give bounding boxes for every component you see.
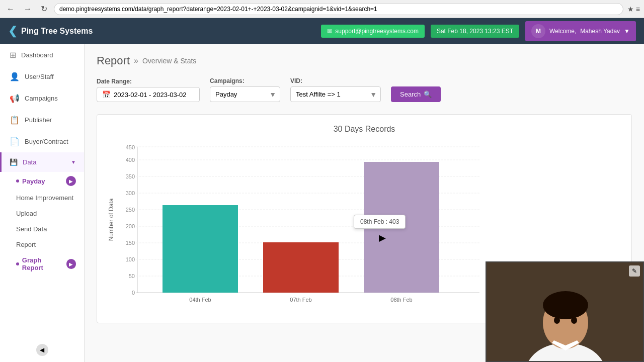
- calendar-icon: 📅: [102, 90, 111, 99]
- sidebar-subitem-payday[interactable]: Payday ▶: [16, 172, 84, 190]
- chart-svg: 0 50 100 150 200 250 300: [107, 142, 490, 313]
- sidebar-label-data: Data: [23, 158, 36, 166]
- vid-label: VID:: [290, 77, 381, 84]
- datetime-text: Sat Feb 18, 2023 13:23 EST: [437, 28, 513, 35]
- campaigns-label: Campaigns:: [210, 77, 280, 84]
- upload-label: Upload: [16, 210, 37, 217]
- payday-expand-btn[interactable]: ▶: [66, 176, 76, 186]
- dashboard-icon: ⊞: [10, 50, 16, 60]
- sidebar-bottom: ◀: [0, 338, 84, 362]
- date-range-group: Date Range: 📅: [97, 78, 200, 102]
- sidebar-subitem-report[interactable]: Report: [16, 237, 84, 252]
- sidebar-subitem-home-improvement[interactable]: Home Improvement: [16, 190, 84, 206]
- svg-text:150: 150: [126, 240, 135, 246]
- sidebar-collapse-button[interactable]: ◀: [36, 344, 48, 356]
- filters-row: Date Range: 📅 Campaigns: Payday ▼: [97, 77, 632, 102]
- home-improvement-label: Home Improvement: [16, 194, 73, 202]
- video-edit-button[interactable]: ✎: [629, 265, 640, 277]
- graph-active-dot: [16, 262, 19, 265]
- campaigns-select[interactable]: Payday: [210, 86, 280, 102]
- chevron-down-icon: ▼: [71, 159, 76, 165]
- publisher-icon: 📋: [10, 115, 20, 125]
- svg-text:04th Feb: 04th Feb: [189, 297, 211, 303]
- sidebar-item-buyer-contract[interactable]: 📄 Buyer/Contract: [0, 131, 84, 152]
- email-icon: ✉: [327, 28, 332, 35]
- user-dropdown-icon: ▼: [624, 28, 630, 35]
- vid-select-wrapper: Test Affilte => 1 ▼: [290, 86, 381, 102]
- url-bar[interactable]: [54, 3, 623, 15]
- vid-select[interactable]: Test Affilte => 1: [290, 86, 381, 102]
- svg-text:100: 100: [126, 256, 135, 262]
- svg-text:250: 250: [126, 207, 135, 213]
- campaigns-select-wrapper: Payday ▼: [210, 86, 280, 102]
- back-button[interactable]: ←: [4, 4, 17, 15]
- sidebar-subitem-upload[interactable]: Upload: [16, 206, 84, 221]
- graph-report-expand-btn[interactable]: ▶: [66, 259, 76, 269]
- bar-08th-feb[interactable]: [364, 162, 439, 293]
- svg-text:07th Feb: 07th Feb: [290, 297, 311, 303]
- support-email: ✉ support@pingtreesystems.com: [321, 25, 425, 38]
- svg-text:300: 300: [126, 190, 135, 196]
- date-range-label: Date Range:: [97, 78, 200, 85]
- reload-button[interactable]: ↻: [38, 3, 50, 15]
- active-dot: [16, 179, 19, 183]
- sidebar-item-campaigns[interactable]: 📢 Campaigns: [0, 87, 84, 109]
- report-label: Report: [16, 241, 36, 248]
- svg-text:400: 400: [126, 157, 135, 163]
- user-icon: 👤: [10, 72, 20, 81]
- date-range-input-wrapper[interactable]: 📅: [97, 87, 200, 102]
- search-icon: 🔍: [424, 90, 432, 98]
- datetime-badge: Sat Feb 18, 2023 13:23 EST: [431, 25, 519, 38]
- svg-text:200: 200: [126, 223, 135, 229]
- sidebar-item-user-staff[interactable]: 👤 User/Staff: [0, 66, 84, 87]
- video-person: [487, 262, 643, 361]
- graph-report-label: Graph Report: [22, 256, 63, 272]
- buyer-icon: 📄: [10, 137, 20, 146]
- svg-text:50: 50: [129, 273, 135, 279]
- logo-icon: ❮: [8, 25, 17, 38]
- user-badge[interactable]: M Welcome, Mahesh Yadav ▼: [525, 21, 636, 41]
- svg-text:450: 450: [126, 144, 135, 150]
- search-btn-label: Search: [400, 90, 421, 98]
- data-submenu: Payday ▶ Home Improvement Upload Send Da…: [0, 172, 84, 276]
- video-inner: [487, 262, 643, 361]
- sidebar-subitem-send-data[interactable]: Send Data: [16, 221, 84, 237]
- svg-text:Number of Data: Number of Data: [108, 198, 115, 241]
- vid-group: VID: Test Affilte => 1 ▼: [290, 77, 381, 102]
- sidebar-item-dashboard[interactable]: ⊞ Dashboard: [0, 44, 84, 66]
- svg-point-31: [543, 291, 588, 319]
- send-data-label: Send Data: [16, 225, 47, 233]
- bar-04th-feb[interactable]: [163, 205, 238, 293]
- sidebar-label-user-staff: User/Staff: [25, 73, 54, 80]
- bar-07th-feb[interactable]: [263, 242, 339, 293]
- breadcrumb-sub: Overview & Stats: [142, 57, 196, 65]
- chart-title: 30 Days Records: [107, 125, 621, 134]
- top-nav-right: ✉ support@pingtreesystems.com Sat Feb 18…: [321, 21, 636, 41]
- forward-button[interactable]: →: [21, 4, 34, 15]
- breadcrumb-separator: »: [134, 56, 138, 65]
- video-overlay: ✎: [486, 261, 644, 362]
- campaigns-group: Campaigns: Payday ▼: [210, 77, 280, 102]
- sidebar-label-campaigns: Campaigns: [25, 95, 58, 102]
- payday-label: Payday: [22, 177, 45, 185]
- app-name: Ping Tree Systems: [21, 27, 93, 36]
- svg-text:350: 350: [126, 173, 135, 179]
- svg-text:08th Feb: 08th Feb: [390, 297, 412, 303]
- browser-bar: ← → ↻ ★ ≡: [0, 0, 644, 18]
- sidebar-item-data[interactable]: 💾 Data ▼: [0, 152, 84, 172]
- data-icon: 💾: [10, 158, 18, 166]
- email-text: support@pingtreesystems.com: [335, 28, 419, 35]
- sidebar-label-publisher: Publisher: [25, 116, 52, 124]
- user-name: Mahesh Yadav: [580, 28, 620, 35]
- breadcrumb-main: Report: [97, 54, 130, 67]
- sidebar-item-publisher[interactable]: 📋 Publisher: [0, 109, 84, 131]
- sidebar: ⊞ Dashboard 👤 User/Staff 📢 Campaigns 📋 P…: [0, 44, 85, 362]
- sidebar-label-buyer-contract: Buyer/Contract: [25, 138, 68, 145]
- browser-icons: ★ ≡: [627, 5, 640, 13]
- app-logo: ❮ Ping Tree Systems: [8, 25, 321, 38]
- sidebar-subitem-graph-report[interactable]: Graph Report ▶: [16, 252, 84, 276]
- search-button[interactable]: Search 🔍: [391, 86, 441, 102]
- svg-point-33: [571, 317, 577, 324]
- date-range-input[interactable]: [114, 91, 194, 99]
- svg-point-32: [554, 317, 560, 324]
